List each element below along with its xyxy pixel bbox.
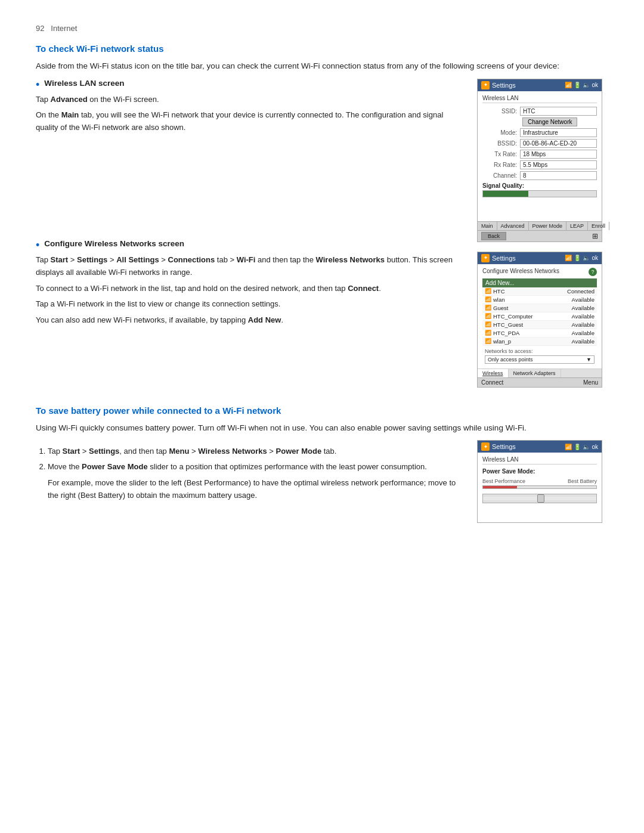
wifi-icon-htc-pda: 📶 (485, 330, 491, 336)
ok-label-3[interactable]: ok (592, 444, 598, 450)
section1-content: • Wireless LAN screen Tap Advanced on th… (36, 79, 608, 388)
device1-signal-label: Signal Quality: (482, 182, 597, 189)
device1-title: Settings (492, 82, 516, 89)
device1-signal-empty (482, 200, 597, 218)
device1-mode-label: Mode: (482, 129, 517, 136)
step-1: Tap Start > Settings, and then tap Menu … (48, 445, 465, 458)
device3-title: Settings (492, 443, 516, 450)
tab-advanced[interactable]: Advanced (497, 222, 529, 230)
device2-menu-button[interactable]: Menu (583, 379, 598, 386)
device3-section: Wireless LAN (482, 456, 597, 465)
tab-network-adapters[interactable]: Network Adapters (509, 369, 561, 377)
network-item-guest[interactable]: 📶 Guest Available (482, 304, 597, 312)
device3-screen: ✦ Settings 📶 🔋 🔈 ok Wireless LAN Power S… (477, 440, 602, 523)
device-screen-3: ✦ Settings 📶 🔋 🔈 ok Wireless LAN Power S… (477, 440, 608, 523)
network-name-htc-guest: HTC_Guest (493, 321, 523, 328)
device2-networks-label: Networks to access: (482, 348, 597, 354)
device3-titlebar: ✦ Settings 📶 🔋 🔈 ok (478, 441, 602, 453)
info-icon: ? (589, 268, 597, 276)
device3-icons: 📶 🔋 🔈 ok (565, 444, 598, 450)
tab-enroll[interactable]: Enroll (588, 222, 609, 230)
device2-title: Settings (492, 255, 516, 262)
network-item-htc[interactable]: 📶 HTC Connected (482, 287, 597, 296)
battery-icon-3: 🔋 (574, 444, 581, 450)
device1-txrate-row: Tx Rate: 18 Mbps (482, 150, 597, 159)
tab-leap[interactable]: LEAP (566, 222, 588, 230)
device3-slider-labels: Best Performance Best Battery (482, 478, 597, 484)
network-item-htc-guest[interactable]: 📶 HTC_Guest Available (482, 321, 597, 329)
device2-icons: 📶 🔋 🔈 ok (565, 255, 598, 261)
bullet2-para2: To connect to a Wi-Fi network in the lis… (36, 283, 465, 295)
device1-channel-value: 8 (520, 171, 597, 180)
network-status-htc-pda: Available (572, 330, 595, 336)
tab-wireless[interactable]: Wireless (478, 369, 509, 377)
device-column: ✦ Settings 📶 🔋 🔈 ok Wireless LAN SSID: H… (477, 79, 608, 388)
device1-bssid-value: 00-0B-86-AC-ED-20 (520, 139, 597, 148)
device1-back-button[interactable]: Back (481, 232, 506, 240)
network-name-htc: HTC (493, 288, 505, 295)
device1-bottom-bar: Back ⊞ (478, 230, 602, 241)
device1-rxrate-label: Rx Rate: (482, 162, 517, 168)
wifi-icon-wlan-p: 📶 (485, 338, 491, 344)
bullet2-para4: You can also add new Wi-Fi networks, if … (36, 314, 465, 327)
page-header: 92 Internet (36, 24, 608, 33)
wifi-icon-wlan: 📶 (485, 296, 491, 302)
network-status-htc-guest: Available (572, 321, 595, 328)
network-name-wlan: wlan (493, 296, 505, 303)
device2-network-list: 📶 HTC Connected 📶 wlan Available (482, 287, 597, 346)
network-item-wlan[interactable]: 📶 wlan Available (482, 296, 597, 304)
bullet1-para1: Tap Advanced on the Wi-Fi screen. (36, 94, 465, 106)
device2-titlebar: ✦ Settings 📶 🔋 🔈 ok (478, 252, 602, 264)
ok-label-2[interactable]: ok (592, 255, 598, 261)
device3-power-label: Power Save Mode: (482, 468, 597, 475)
device3-body: Wireless LAN Power Save Mode: Best Perfo… (478, 453, 602, 522)
device1-section: Wireless LAN (482, 95, 597, 103)
change-network-button[interactable]: Change Network (522, 117, 577, 126)
wifi-icon-htc-guest: 📶 (485, 321, 491, 327)
device1-rxrate-row: Rx Rate: 5.5 Mbps (482, 160, 597, 169)
bullet-label-1: Wireless LAN screen (44, 79, 124, 88)
signal-icon-3: 📶 (565, 444, 572, 450)
slider-thumb[interactable] (537, 494, 544, 503)
device1-bssid-label: BSSID: (482, 140, 517, 147)
ok-label-1[interactable]: ok (592, 82, 598, 88)
network-name-htc-computer: HTC_Computer (493, 313, 533, 320)
sound-icon-1: 🔈 (583, 82, 590, 88)
device1-ssid-row: SSID: HTC (482, 107, 597, 116)
device3-slider-container: Best Performance Best Battery (482, 478, 597, 503)
network-name-htc-pda: HTC_PDA (493, 330, 519, 336)
device1-tabs: Main Advanced Power Mode LEAP Enroll (478, 221, 602, 230)
device1-titlebar: ✦ Settings 📶 🔋 🔈 ok (478, 79, 602, 91)
device1-icons: 📶 🔋 🔈 ok (565, 82, 598, 88)
step-2: Move the Power Save Mode slider to a pos… (48, 460, 465, 502)
device2-connect-button[interactable]: Connect (481, 379, 503, 386)
device1-signal-bar-container (482, 190, 597, 197)
section2-intro: Using Wi-Fi quickly consumes battery pow… (36, 422, 608, 435)
section1-title: To check Wi-Fi network status (36, 44, 608, 54)
device1-change-row: Change Network (482, 117, 597, 126)
bullet-dot-2: • (36, 240, 39, 250)
step2-detail: For example, move the slider to the left… (48, 477, 465, 502)
slider-right-label: Best Battery (568, 478, 597, 484)
network-name-guest: Guest (493, 305, 508, 311)
device1-channel-label: Channel: (482, 172, 517, 179)
device2-dropdown[interactable]: Only access points ▼ (485, 355, 595, 364)
section2-title: To save battery power while connected to… (36, 405, 608, 416)
device3-top-fill (483, 486, 517, 488)
device3-slider-track[interactable] (482, 494, 597, 503)
dropdown-arrow-icon: ▼ (586, 357, 592, 363)
network-item-htc-computer[interactable]: 📶 HTC_Computer Available (482, 312, 597, 321)
tab-main[interactable]: Main (478, 222, 497, 230)
network-item-wlan-p[interactable]: 📶 wlan_p Available (482, 337, 597, 346)
add-new-row[interactable]: Add New... (482, 278, 597, 287)
device1-rxrate-value: 5.5 Mbps (520, 160, 597, 169)
wifi-icon-htc: 📶 (485, 288, 491, 294)
bullet-label-2: Configure Wireless Networks screen (44, 239, 184, 248)
device1-txrate-value: 18 Mbps (520, 150, 597, 159)
bullet-configure-wireless: • Configure Wireless Networks screen (36, 239, 465, 250)
network-item-htc-pda[interactable]: 📶 HTC_PDA Available (482, 329, 597, 337)
tab-power-mode[interactable]: Power Mode (529, 222, 567, 230)
section1-text: • Wireless LAN screen Tap Advanced on th… (36, 79, 465, 388)
network-status-htc: Connected (567, 288, 595, 295)
network-status-wlan-p: Available (572, 338, 595, 345)
